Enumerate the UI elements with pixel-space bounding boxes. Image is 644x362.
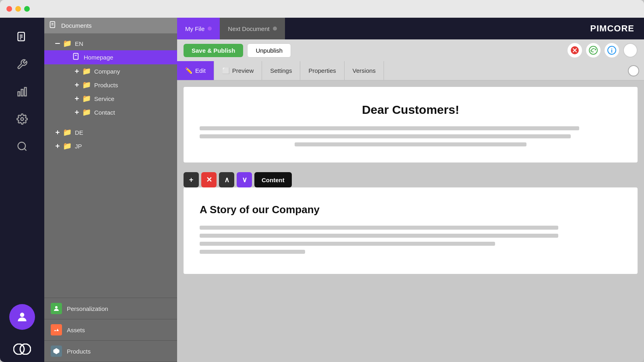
expand-placeholder (64, 54, 71, 61)
sidebar-item-search[interactable] (9, 134, 35, 159)
personalization-item[interactable]: Personalization (44, 298, 177, 319)
preview-icon: ⬜ (222, 67, 230, 74)
text-line-1-2 (200, 134, 571, 138)
sidebar-left (0, 18, 44, 362)
text-line-1-3 (295, 142, 526, 146)
products-bottom-label: Products (67, 348, 91, 355)
tree-item-de[interactable]: 📁 DE (44, 125, 177, 139)
company-label: Company (94, 68, 120, 75)
tab-next-document-label: Next Document (228, 25, 269, 32)
minimize-button[interactable] (15, 6, 21, 12)
edit-icon: ✏️ (185, 67, 193, 74)
folder-icon-products: 📁 (82, 80, 91, 89)
tab-preview[interactable]: ⬜ Preview (214, 61, 262, 80)
main-content: My File Next Document PIMCORE Save & Pub… (177, 18, 644, 362)
info-icon-button[interactable] (605, 43, 619, 58)
content-tab-bar: ✏️ Edit ⬜ Preview Settings Properties Ve… (177, 61, 644, 80)
top-bar: My File Next Document PIMCORE (177, 18, 644, 39)
tree-item-homepage[interactable]: Homepage (44, 50, 177, 64)
en-label: EN (75, 40, 83, 47)
block-label[interactable]: Content (254, 172, 292, 187)
app-body: Documents 📁 EN (0, 18, 644, 362)
collapse-icon[interactable] (54, 40, 61, 47)
card-2-title: A Story of our Company (200, 204, 621, 216)
jp-label: JP (75, 143, 82, 150)
folder-icon-jp: 📁 (63, 142, 72, 150)
expand-icon-contact[interactable] (73, 109, 80, 116)
sidebar-item-documents[interactable] (9, 24, 35, 50)
svg-rect-20 (76, 69, 77, 73)
action-bar: Save & Publish Unpublish (177, 39, 644, 61)
tab-dot-next-document (273, 27, 277, 31)
tab-settings[interactable]: Settings (262, 61, 300, 80)
svg-rect-16 (55, 43, 60, 44)
assets-item[interactable]: Assets (44, 319, 177, 341)
svg-rect-4 (18, 92, 20, 96)
tree-item-company[interactable]: 📁 Company (44, 64, 177, 78)
svg-rect-24 (76, 97, 77, 101)
tab-settings-label: Settings (270, 67, 292, 74)
tree-content: 📁 EN Homepage (44, 33, 177, 298)
block-controls: + ✕ ∧ ∨ Content (184, 169, 638, 187)
expand-icon-de[interactable] (54, 129, 61, 136)
products-label: Products (94, 82, 118, 88)
text-line-1-1 (200, 126, 579, 130)
tab-edit[interactable]: ✏️ Edit (177, 61, 214, 80)
add-block-button[interactable]: + (184, 172, 199, 187)
refresh-icon-button[interactable] (586, 43, 601, 58)
sidebar-item-objects[interactable] (9, 51, 35, 77)
text-line-2-1 (200, 226, 558, 230)
tree-item-en[interactable]: 📁 EN (44, 37, 177, 50)
tab-my-file-label: My File (185, 25, 204, 32)
content-area: Dear Customers! + ✕ ∧ ∨ Content A Story … (177, 80, 644, 362)
tab-next-document[interactable]: Next Document (220, 18, 285, 39)
card-1-title: Dear Customers! (200, 103, 621, 117)
expand-icon-jp[interactable] (54, 142, 61, 150)
expand-icon-service[interactable] (73, 95, 80, 102)
move-down-button[interactable]: ∨ (237, 172, 252, 187)
text-line-2-3 (200, 242, 495, 246)
save-publish-button[interactable]: Save & Publish (184, 44, 243, 57)
pimcore-logo: PIMCORE (590, 23, 644, 34)
remove-block-button[interactable]: ✕ (201, 172, 217, 187)
products-bottom-item[interactable]: Products (44, 341, 177, 362)
tab-properties[interactable]: Properties (300, 61, 344, 80)
document-icon (49, 21, 57, 30)
more-icon-button[interactable] (623, 43, 638, 58)
svg-marker-32 (54, 348, 60, 354)
folder-icon-contact: 📁 (82, 108, 91, 117)
tab-versions-label: Versions (353, 67, 376, 74)
svg-point-12 (20, 344, 31, 354)
products-icon (51, 346, 62, 357)
traffic-lights (6, 6, 30, 12)
tab-my-file[interactable]: My File (177, 18, 220, 39)
move-up-button[interactable]: ∧ (219, 172, 234, 187)
close-button[interactable] (6, 6, 12, 12)
svg-point-38 (611, 48, 612, 49)
tree-item-service[interactable]: 📁 Service (44, 92, 177, 105)
maximize-button[interactable] (24, 6, 30, 12)
svg-point-8 (18, 142, 26, 150)
user-avatar[interactable] (9, 304, 35, 330)
tab-preview-label: Preview (232, 67, 254, 74)
expand-icon-products[interactable] (73, 81, 80, 88)
tab-versions[interactable]: Versions (345, 61, 384, 80)
svg-line-9 (24, 148, 26, 150)
sidebar-item-settings[interactable] (9, 106, 35, 132)
personalization-label: Personalization (67, 305, 108, 312)
tree-item-products[interactable]: 📁 Products (44, 78, 177, 92)
folder-icon-company: 📁 (82, 67, 91, 76)
expand-icon-company[interactable] (73, 68, 80, 75)
pimcore-logo-small (9, 336, 35, 362)
svg-rect-22 (76, 83, 77, 87)
tree-item-contact[interactable]: 📁 Contact (44, 105, 177, 119)
sidebar-item-analytics[interactable] (9, 79, 35, 105)
svg-point-11 (14, 344, 24, 354)
folder-icon-service: 📁 (82, 94, 91, 103)
documents-header[interactable]: Documents (44, 18, 177, 33)
svg-rect-28 (57, 130, 58, 134)
unpublish-button[interactable]: Unpublish (247, 43, 291, 58)
close-icon-button[interactable] (568, 43, 582, 58)
service-label: Service (94, 95, 114, 102)
tree-item-jp[interactable]: 📁 JP (44, 139, 177, 153)
